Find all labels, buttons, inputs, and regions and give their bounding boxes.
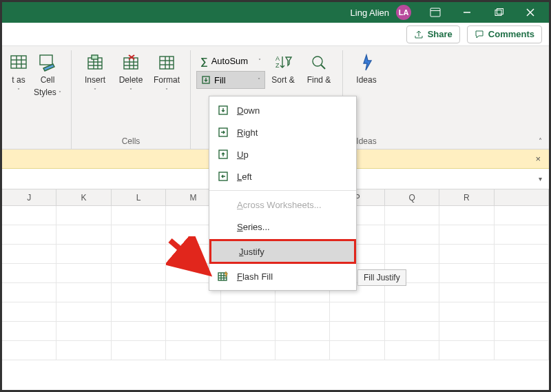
share-button[interactable]: Share	[406, 25, 460, 43]
right-arrow-icon	[218, 127, 229, 138]
grid-cell[interactable]	[112, 341, 166, 360]
grid-cell[interactable]	[2, 245, 56, 264]
grid-cell[interactable]	[495, 245, 549, 264]
grid-cell[interactable]	[221, 302, 276, 322]
grid-cell[interactable]	[439, 206, 494, 225]
grid-cell[interactable]	[495, 341, 549, 360]
format-as-table-button[interactable]: t as ˅	[8, 50, 30, 96]
grid-cell[interactable]	[439, 283, 494, 302]
fill-left-menuitem[interactable]: Left	[209, 165, 356, 187]
grid-cell[interactable]	[439, 225, 494, 245]
grid-cell[interactable]	[385, 322, 439, 341]
grid-cell[interactable]	[385, 245, 439, 264]
grid-cell[interactable]	[495, 283, 549, 302]
close-window-button[interactable]	[516, 2, 545, 23]
autosum-button[interactable]: ∑ AutoSum ˅	[196, 52, 265, 70]
comments-button[interactable]: Comments	[467, 25, 542, 43]
grid-cell[interactable]	[276, 302, 330, 322]
message-bar-close-button[interactable]: ×	[535, 154, 541, 164]
grid-cell[interactable]	[112, 245, 166, 264]
grid-cell[interactable]	[166, 302, 220, 322]
grid-cell[interactable]	[2, 322, 56, 341]
grid-row	[2, 322, 549, 341]
grid-cell[interactable]	[276, 322, 330, 341]
fill-down-menuitem[interactable]: DDownown	[209, 99, 356, 121]
grid-cell[interactable]	[112, 264, 166, 283]
grid-cell[interactable]	[56, 264, 111, 283]
flash-fill-menuitem[interactable]: Flash Fill	[209, 265, 356, 287]
column-header[interactable]: L	[112, 189, 166, 205]
ribbon-display-options[interactable]	[421, 2, 450, 23]
grid-cell[interactable]	[112, 302, 166, 322]
column-header[interactable]: K	[56, 189, 111, 205]
expand-formula-bar-button[interactable]: ▾	[539, 175, 542, 183]
maximize-button[interactable]	[484, 2, 513, 23]
insert-button[interactable]: Insert ˅	[77, 50, 113, 96]
grid-cell[interactable]	[439, 245, 494, 264]
grid-cell[interactable]	[276, 341, 330, 360]
fill-justify-menuitem[interactable]: Justify	[209, 239, 356, 264]
grid-cell[interactable]	[166, 341, 220, 360]
grid-cell[interactable]	[56, 206, 111, 225]
fill-button[interactable]: Fill ˅	[196, 71, 265, 89]
cells-group: Insert ˅ Delete ˅ Format ˅ Cells	[72, 50, 191, 149]
user-avatar[interactable]: LA	[396, 5, 411, 20]
grid-cell[interactable]	[56, 283, 111, 302]
grid-cell[interactable]	[112, 283, 166, 302]
grid-cell[interactable]	[385, 225, 439, 245]
grid-cell[interactable]	[439, 322, 494, 341]
grid-cell[interactable]	[385, 283, 439, 302]
grid-cell[interactable]	[112, 225, 166, 245]
grid-cell[interactable]	[385, 206, 439, 225]
grid-cell[interactable]	[439, 264, 494, 283]
grid-cell[interactable]	[330, 302, 384, 322]
grid-cell[interactable]	[439, 302, 494, 322]
grid-cell[interactable]	[2, 264, 56, 283]
sort-filter-button[interactable]: AZ Sort &	[265, 50, 301, 87]
grid-cell[interactable]	[439, 341, 494, 360]
minimize-button[interactable]	[453, 2, 481, 23]
find-select-button[interactable]: Find &	[301, 50, 337, 87]
column-header[interactable]: Q	[385, 189, 439, 205]
grid-cell[interactable]	[221, 341, 276, 360]
grid-cell[interactable]	[221, 322, 276, 341]
grid-cell[interactable]	[56, 341, 111, 360]
cell-styles-button[interactable]: Cell Styles ˅	[30, 50, 65, 100]
format-button[interactable]: Format ˅	[149, 50, 185, 96]
grid-cell[interactable]	[2, 206, 56, 225]
grid-cell[interactable]	[385, 302, 439, 322]
grid-cell[interactable]	[112, 322, 166, 341]
grid-cell[interactable]	[495, 302, 549, 322]
column-header[interactable]	[495, 189, 549, 205]
column-header[interactable]: J	[2, 189, 56, 205]
grid-cell[interactable]	[2, 341, 56, 360]
delete-button[interactable]: Delete ˅	[113, 50, 149, 96]
up-arrow-icon	[218, 149, 229, 160]
fill-up-menuitem[interactable]: Up	[209, 143, 356, 165]
grid-cell[interactable]	[495, 264, 549, 283]
svg-rect-7	[11, 56, 26, 68]
grid-cell[interactable]	[2, 225, 56, 245]
grid-cell[interactable]	[495, 322, 549, 341]
grid-cell[interactable]	[330, 341, 384, 360]
grid-cell[interactable]	[56, 322, 111, 341]
grid-cell[interactable]	[385, 341, 439, 360]
grid-cell[interactable]	[166, 322, 220, 341]
fill-series-menuitem[interactable]: Series...	[209, 216, 356, 238]
grid-cell[interactable]	[2, 283, 56, 302]
fill-across-worksheets-menuitem: Across Worksheets...	[209, 194, 356, 216]
grid-cell[interactable]	[56, 225, 111, 245]
grid-cell[interactable]	[330, 322, 384, 341]
fill-right-menuitem[interactable]: Right	[209, 121, 356, 143]
grid-cell[interactable]	[56, 245, 111, 264]
collapse-ribbon-button[interactable]: ˄	[532, 133, 549, 149]
column-header[interactable]: R	[439, 189, 494, 205]
grid-cell[interactable]	[495, 206, 549, 225]
grid-cell[interactable]	[495, 225, 549, 245]
ideas-button[interactable]: Ideas	[349, 50, 384, 87]
down-arrow-icon	[218, 105, 229, 116]
grid-cell[interactable]	[2, 302, 56, 322]
grid-cell[interactable]	[56, 302, 111, 322]
grid-cell[interactable]	[112, 206, 166, 225]
grid-row	[2, 302, 549, 322]
